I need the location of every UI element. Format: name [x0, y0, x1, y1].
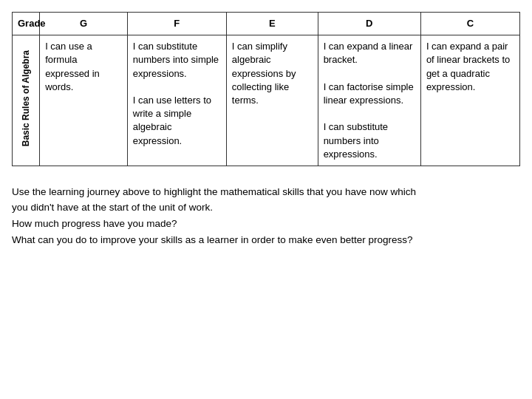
header-f: F: [127, 13, 226, 35]
cell-c: I can expand a pair of linear brackets t…: [420, 35, 519, 166]
cell-g: I can use a formula expressed in words.: [40, 35, 128, 166]
footer-line3: How much progress have you made?: [12, 218, 177, 229]
header-c: C: [420, 13, 519, 35]
cell-d-text-1: I can expand a linear bracket.: [324, 41, 413, 65]
footer-section: Use the learning journey above to highli…: [12, 184, 520, 248]
footer-line4: What can you do to improve your skills a…: [12, 234, 413, 245]
cell-d-text-3: I can substitute numbers into expression…: [324, 121, 388, 159]
footer-line1: Use the learning journey above to highli…: [12, 186, 416, 197]
header-grade: Grade: [13, 13, 40, 35]
cell-e-text: I can simplify algebraic expressions by …: [232, 41, 296, 106]
cell-f-text-1: I can substitute numbers into simple exp…: [133, 41, 219, 78]
cell-e: I can simplify algebraic expressions by …: [226, 35, 318, 166]
cell-f: I can substitute numbers into simple exp…: [127, 35, 226, 166]
header-d: D: [318, 13, 420, 35]
cell-d: I can expand a linear bracket. I can fac…: [318, 35, 420, 166]
header-g: G: [40, 13, 128, 35]
algebra-table: Grade G F E D C Basic Rules of Algebra I…: [12, 12, 520, 166]
footer-line2: you didn't have at the start of the unit…: [12, 202, 213, 213]
cell-g-text: I can use a formula expressed in words.: [45, 41, 100, 92]
header-e: E: [226, 13, 318, 35]
row-label: Basic Rules of Algebra: [20, 50, 33, 146]
row-label-cell: Basic Rules of Algebra: [13, 35, 40, 166]
cell-c-text: I can expand a pair of linear brackets t…: [426, 41, 510, 92]
cell-d-text-2: I can factorise simple linear expression…: [324, 81, 414, 106]
cell-f-text-2: I can use letters to write a simple alge…: [133, 95, 211, 146]
